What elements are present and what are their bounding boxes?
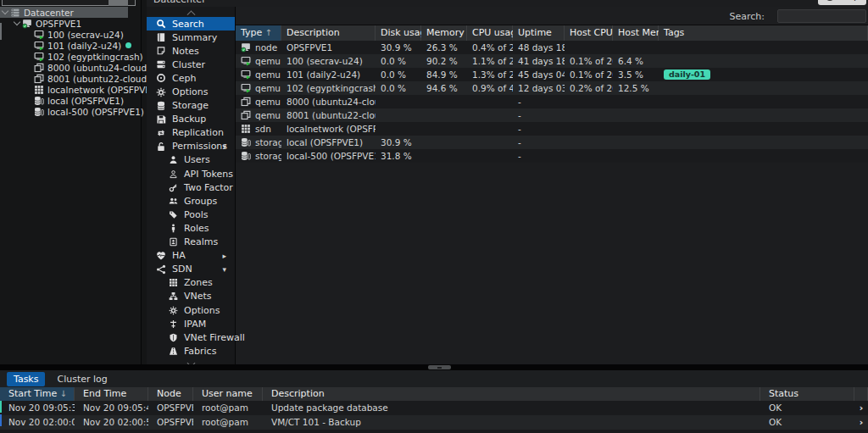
task-row[interactable]: Nov 19 10:32:39Nov 19 10:32:40OPSFPVE1ro… bbox=[0, 430, 868, 433]
search-input[interactable] bbox=[777, 9, 866, 23]
menu-item-two-factor[interactable]: Two Factor bbox=[147, 180, 235, 194]
table-row[interactable]: storagelocal-500 (OPSFPVE1)31.8 %- bbox=[236, 149, 868, 163]
tab-cluster-log[interactable]: Cluster log bbox=[50, 372, 114, 386]
table-row[interactable]: qemu102 (egyptkingcrash)0.0 %94.6 %0.9% … bbox=[236, 81, 868, 95]
tags-icon bbox=[169, 210, 178, 219]
menu-item-permissions[interactable]: Permissions▾ bbox=[147, 140, 235, 153]
column-header-description[interactable]: Description bbox=[263, 387, 760, 401]
tree-item-100[interactable]: 100 (secrav-u24) bbox=[0, 29, 142, 40]
menu-item-fabrics[interactable]: Fabrics bbox=[147, 344, 235, 358]
table-row[interactable]: qemu8001 (ubuntu22-cloud)- bbox=[236, 108, 868, 122]
menu-item-label: Ceph bbox=[172, 73, 196, 84]
view-selector-button-remnant[interactable] bbox=[108, 0, 128, 6]
memory-usage-cell bbox=[421, 136, 467, 149]
tree-item-label: localnetwork (OPSFPVE1) bbox=[47, 85, 160, 95]
caret-down-icon[interactable]: ▾ bbox=[222, 265, 226, 274]
caret-right-icon[interactable]: ▸ bbox=[222, 252, 226, 260]
menu-item-zones[interactable]: Zones bbox=[147, 276, 235, 290]
table-row[interactable]: qemu100 (secrav-u24)0.0 %90.2 %1.1% of 2… bbox=[236, 54, 868, 68]
column-header-host-mem-[interactable]: Host Mem... bbox=[613, 25, 659, 41]
caret-down-icon[interactable]: ▾ bbox=[222, 142, 226, 151]
splitter-handle[interactable] bbox=[428, 365, 451, 369]
column-header-description[interactable]: Description bbox=[281, 25, 376, 41]
column-header-end-time[interactable]: End Time bbox=[75, 387, 148, 401]
end-time-cell: Nov 20 02:00:58 bbox=[75, 415, 148, 430]
tree-item-101[interactable]: 101 (daily2-u24) bbox=[0, 40, 142, 51]
menu-item-backup[interactable]: Backup bbox=[147, 113, 235, 126]
tree-item-102[interactable]: 102 (egyptkingcrash) bbox=[0, 51, 142, 62]
column-header-user-name[interactable]: User name bbox=[193, 387, 263, 401]
table-row[interactable]: sdnlocalnetwork (OPSFPVE1)- bbox=[236, 122, 868, 136]
task-row[interactable]: Nov 20 02:00:00Nov 20 02:00:58OPSFPVE1ro… bbox=[0, 415, 868, 430]
menu-item-ceph[interactable]: Ceph bbox=[147, 71, 235, 85]
table-row[interactable]: storagelocal (OPSFPVE1)30.9 %- bbox=[236, 136, 868, 149]
memory-usage-cell bbox=[421, 108, 467, 122]
menu-item-api-tokens[interactable]: API Tokens bbox=[147, 167, 235, 180]
menu-item-roles[interactable]: Roles bbox=[147, 221, 235, 235]
horizontal-splitter[interactable] bbox=[0, 364, 868, 370]
tags-cell bbox=[659, 95, 868, 108]
table-row[interactable]: nodeOPSFPVE130.9 %26.3 %0.4% of 20 ...48… bbox=[236, 41, 868, 54]
help-button[interactable]: ? Help bbox=[818, 0, 866, 5]
column-header-tags[interactable]: Tags bbox=[659, 25, 868, 41]
menu-item-ipam[interactable]: IPAM bbox=[147, 317, 235, 330]
column-header-start-time[interactable]: Start Time ↓ bbox=[0, 387, 75, 401]
tree-item-local-500[interactable]: local-500 (OPSFPVE1) bbox=[0, 106, 142, 117]
menu-item-notes[interactable]: Notes bbox=[147, 44, 235, 58]
table-row[interactable]: qemu8000 (ubuntu24-cloud)- bbox=[236, 95, 868, 108]
column-header-host-cpu-[interactable]: Host CPU ... bbox=[565, 25, 613, 41]
menu-item-label: Storage bbox=[172, 100, 209, 111]
menu-item-options[interactable]: Options bbox=[147, 303, 235, 317]
menu-item-cluster[interactable]: Cluster bbox=[147, 58, 235, 71]
menu-item-options[interactable]: Options bbox=[147, 85, 235, 98]
menu-item-vnets[interactable]: VNets bbox=[147, 290, 235, 303]
menu-item-summary[interactable]: Summary bbox=[147, 31, 235, 44]
menu-item-groups[interactable]: Groups bbox=[147, 194, 235, 208]
description-cell: VM/CT 101 - Backup bbox=[263, 415, 760, 430]
storage-icon bbox=[241, 137, 251, 147]
menu-item-label: VNets bbox=[184, 291, 212, 302]
column-header-cpu-usage[interactable]: CPU usage bbox=[467, 25, 513, 41]
column-header-disk-usage-[interactable]: Disk usage... bbox=[376, 25, 421, 41]
menu-scroll-up[interactable] bbox=[147, 7, 235, 17]
menu-item-storage[interactable]: Storage bbox=[147, 99, 235, 113]
task-row[interactable]: Nov 20 09:05:39Nov 20 09:05:40OPSFPVE1ro… bbox=[0, 401, 868, 415]
row-expand-chevron-icon[interactable]: › bbox=[854, 401, 868, 415]
menu-item-users[interactable]: Users bbox=[147, 153, 235, 167]
column-header-status[interactable]: Status bbox=[760, 387, 854, 401]
column-header-type[interactable]: Type ↑ bbox=[236, 25, 281, 41]
chevron-down-icon[interactable] bbox=[2, 8, 8, 14]
description-cell: 101 (daily2-u24) bbox=[281, 68, 376, 81]
cpu-usage-cell bbox=[467, 95, 513, 108]
table-row[interactable]: qemu101 (daily2-u24)0.0 %84.9 %1.3% of 2… bbox=[236, 68, 868, 81]
tree-item-localnetwork[interactable]: localnetwork (OPSFPVE1) bbox=[0, 84, 142, 95]
sdn-icon bbox=[241, 124, 251, 134]
row-expand-chevron-icon[interactable]: › bbox=[854, 430, 868, 433]
tree-item-opsfpve1[interactable]: OPSFPVE1 bbox=[0, 18, 142, 29]
menu-item-sdn[interactable]: SDN▾ bbox=[147, 263, 235, 276]
menu-item-replication[interactable]: Replication bbox=[147, 126, 235, 140]
chevron-down-icon[interactable] bbox=[14, 19, 20, 25]
menu-item-search[interactable]: Search bbox=[147, 17, 235, 31]
menu-item-label: Backup bbox=[172, 114, 206, 125]
menu-item-realms[interactable]: Realms bbox=[147, 236, 235, 249]
tree-item-local[interactable]: local (OPSFPVE1) bbox=[0, 95, 142, 106]
menu-item-ha[interactable]: HA▸ bbox=[147, 249, 235, 263]
column-header-memory-us-[interactable]: Memory us... bbox=[421, 25, 467, 41]
menu-item-label: VNet Firewall bbox=[184, 332, 245, 343]
row-expand-chevron-icon[interactable]: › bbox=[854, 415, 868, 430]
menu-item-vnet-firewall[interactable]: VNet Firewall bbox=[147, 330, 235, 344]
search-icon bbox=[156, 19, 166, 29]
column-header-uptime[interactable]: Uptime bbox=[513, 25, 565, 41]
tree-item-8001[interactable]: 8001 (ubuntu22-cloud) bbox=[0, 73, 142, 84]
memory-usage-cell: 26.3 % bbox=[421, 41, 467, 54]
tags-cell bbox=[659, 41, 868, 54]
node-cell: OPSFPVE1 bbox=[148, 415, 193, 430]
menu-item-pools[interactable]: Pools bbox=[147, 208, 235, 221]
tree-item-8000[interactable]: 8000 (ubuntu24-cloud) bbox=[0, 62, 142, 73]
tree-item-datacenter[interactable]: Datacenter bbox=[0, 7, 128, 18]
type-cell: storage bbox=[236, 149, 281, 163]
cpu-usage-cell: 1.1% of 2 ... bbox=[467, 54, 513, 68]
column-header-node[interactable]: Node bbox=[148, 387, 193, 401]
tab-tasks[interactable]: Tasks bbox=[7, 372, 45, 386]
